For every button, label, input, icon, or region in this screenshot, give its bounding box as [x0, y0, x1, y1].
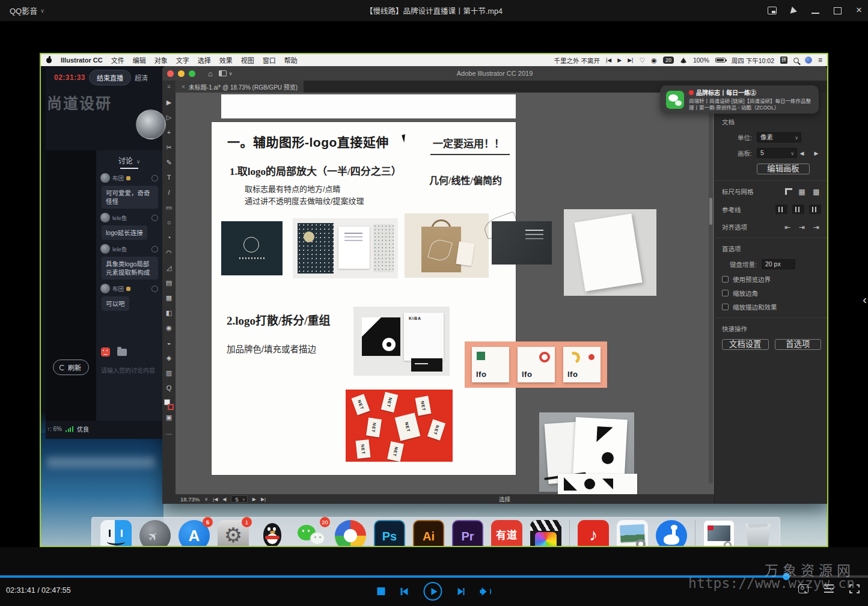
menu-select[interactable]: 选择: [198, 55, 211, 65]
menu-edit[interactable]: 编辑: [133, 55, 146, 65]
menu-type[interactable]: 文字: [176, 55, 189, 65]
browser-icon[interactable]: [335, 520, 366, 546]
menu-object[interactable]: 对象: [154, 55, 168, 65]
checkbox-row[interactable]: 使用预览边界: [722, 275, 821, 284]
wifi-icon[interactable]: [680, 58, 687, 63]
chat-input[interactable]: 请输入您的讨论内容: [101, 366, 161, 375]
pointer-play-icon[interactable]: [790, 7, 798, 15]
lasso-tool-icon[interactable]: ✂: [162, 140, 176, 155]
app-menu-button[interactable]: QQ影音 ∨: [10, 5, 44, 16]
canvas-area[interactable]: 一。辅助图形-logo直接延伸 一定要运用！！ 几何/线性/偏简约 1.取log…: [176, 93, 714, 494]
notification-center-icon[interactable]: ≡: [818, 56, 822, 64]
checkbox-icon[interactable]: [722, 304, 729, 310]
mesh-tool-icon[interactable]: ▦: [162, 290, 176, 305]
zoom-traffic-light[interactable]: [189, 70, 195, 77]
volume-button[interactable]: [480, 587, 491, 596]
workspace-layout-button[interactable]: ∨: [219, 70, 233, 76]
end-live-button[interactable]: 结束直播: [89, 70, 131, 85]
edit-artboards-button[interactable]: 编辑画板: [757, 164, 810, 174]
mini-mode-icon[interactable]: [768, 7, 777, 14]
tab-close-icon[interactable]: ×: [182, 84, 185, 90]
premiere-icon[interactable]: Pr: [452, 520, 483, 546]
checkbox-row[interactable]: 缩放边角: [722, 289, 821, 298]
unit-select[interactable]: 像素∨: [757, 132, 801, 142]
line-tool-icon[interactable]: /: [162, 185, 176, 200]
app-store-icon[interactable]: 5A: [179, 520, 210, 546]
ellipse-tool-icon[interactable]: ○: [162, 215, 176, 230]
close-button[interactable]: ×: [856, 7, 862, 14]
wechat-notification[interactable]: 品牌标志丨每日一练② 尚瑞轩丨尚道设研·[链接]【尚道设研】每日一练作品整理丨第…: [660, 85, 819, 114]
wechat-dock-icon[interactable]: 20: [296, 520, 327, 546]
menubar-app-name[interactable]: Illustrator CC: [61, 57, 103, 64]
minimize-traffic-light[interactable]: [178, 70, 185, 77]
previous-button[interactable]: [401, 588, 408, 595]
file-attach-icon[interactable]: [117, 349, 127, 356]
checkbox-icon[interactable]: [722, 290, 729, 296]
align-left-icon[interactable]: ⇤: [783, 223, 792, 231]
goose-app-icon[interactable]: [656, 520, 687, 546]
cloud-count-badge[interactable]: 20: [663, 57, 674, 64]
fill-stroke-swatches[interactable]: [164, 399, 174, 410]
selection-tool-icon[interactable]: ▶: [162, 95, 176, 110]
zoom-tool-icon[interactable]: Q: [162, 381, 176, 396]
eyedropper-tool-icon[interactable]: ◉: [162, 320, 176, 335]
rotate-tool-icon[interactable]: ◠: [162, 245, 176, 260]
grid-icon[interactable]: ▦: [797, 188, 807, 196]
tab-overflow-icon[interactable]: ≡: [162, 81, 176, 93]
next-artboard-icon[interactable]: ▶: [252, 497, 256, 502]
rectangle-tool-icon[interactable]: ▭: [162, 200, 176, 215]
photoshop-icon[interactable]: Ps: [374, 520, 405, 546]
canvas-scrollbar[interactable]: [709, 99, 713, 483]
more-tools-icon[interactable]: …: [162, 425, 176, 440]
emoji-react-icon[interactable]: [151, 215, 158, 221]
playlist-toggle-icon[interactable]: ‹: [863, 293, 867, 307]
type-tool-icon[interactable]: T: [162, 170, 176, 185]
heart-icon[interactable]: ♡: [639, 57, 645, 64]
align-distribute-icon[interactable]: ⇥: [811, 223, 821, 231]
lock-guides-icon[interactable]: [792, 204, 804, 214]
apple-logo-icon[interactable]: [46, 57, 52, 64]
zoom-level[interactable]: 18.73%: [180, 496, 200, 503]
last-artboard-icon[interactable]: ▶|: [261, 497, 266, 502]
artboard-select[interactable]: 5∨: [757, 148, 797, 158]
checkbox-icon[interactable]: [722, 276, 729, 283]
target-icon[interactable]: ◉: [651, 57, 657, 64]
media-play-icon[interactable]: ▶: [617, 57, 622, 63]
maximize-button[interactable]: [834, 7, 842, 14]
trash-icon[interactable]: [742, 520, 774, 546]
emoji-picker-icon[interactable]: [101, 347, 110, 357]
netease-music-icon[interactable]: ♪: [578, 520, 609, 546]
launchpad-icon[interactable]: ✈: [139, 520, 171, 546]
artboard-nav-select[interactable]: 5∨: [231, 495, 247, 503]
prev-arrow-icon[interactable]: ◀: [797, 149, 807, 158]
minimize-button[interactable]: [811, 8, 819, 14]
show-guides-icon[interactable]: [775, 204, 787, 214]
stop-button[interactable]: [377, 587, 385, 595]
youdao-dict-icon[interactable]: 有道: [491, 520, 522, 546]
blend-tool-icon[interactable]: ◒: [162, 335, 176, 350]
system-preferences-icon[interactable]: 1⚙: [218, 520, 249, 546]
menubar-clock[interactable]: 周四 下午10:02: [732, 56, 774, 65]
draw-mode-icon[interactable]: ▣: [162, 410, 176, 425]
document-setup-button[interactable]: 文档设置: [722, 339, 769, 350]
menu-effect[interactable]: 效果: [219, 55, 233, 65]
preview-app-icon[interactable]: [617, 520, 648, 546]
preferences-button[interactable]: 首选项: [775, 339, 822, 350]
menu-file[interactable]: 文件: [111, 55, 124, 65]
zoom-dropdown-icon[interactable]: ∨: [204, 497, 208, 502]
menu-window[interactable]: 窗口: [263, 55, 276, 65]
finder-icon[interactable]: [100, 520, 132, 546]
make-guides-icon[interactable]: [809, 204, 821, 214]
emoji-react-icon[interactable]: [151, 246, 158, 252]
close-traffic-light[interactable]: [167, 70, 174, 77]
refresh-button[interactable]: 刷新: [53, 360, 89, 375]
scale-tool-icon[interactable]: ◿: [162, 260, 176, 275]
video-canvas[interactable]: Illustrator CC 文件 编辑 对象 文字 选择 效果 视图 窗口 帮…: [40, 53, 828, 547]
keyboard-increment-input[interactable]: 20 px: [762, 259, 795, 269]
chat-tab[interactable]: 讨论∨: [96, 150, 162, 169]
gradient-tool-icon[interactable]: ◧: [162, 305, 176, 320]
next-button[interactable]: [457, 588, 465, 595]
align-right-icon[interactable]: ⇥: [797, 223, 807, 231]
document-tab[interactable]: × 未标题-1.ai* @ 18.73% (RGB/GPU 预览): [176, 81, 304, 93]
ruler-icon[interactable]: [785, 188, 792, 195]
